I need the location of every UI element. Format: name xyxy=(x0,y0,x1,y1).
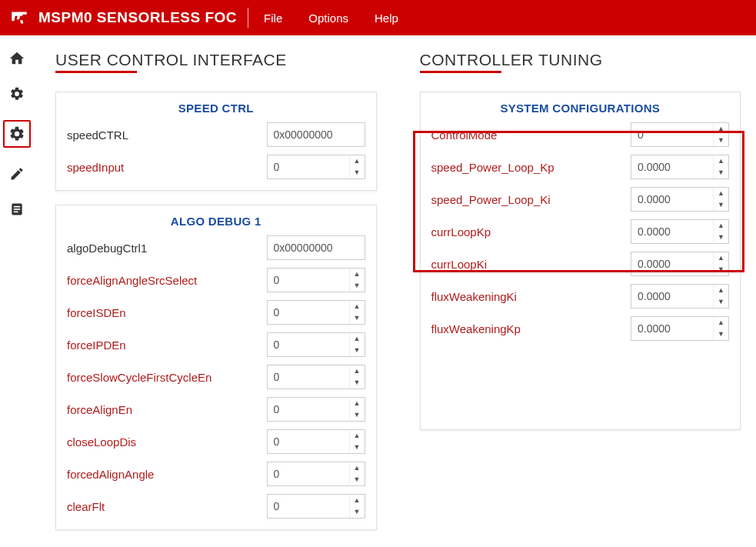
number-spinner[interactable]: 0▲▼ xyxy=(267,268,365,292)
spinner-value[interactable]: 0 xyxy=(268,495,349,518)
chevron-up-icon[interactable]: ▲ xyxy=(714,317,728,329)
chevron-down-icon[interactable]: ▼ xyxy=(350,442,365,453)
chevron-up-icon[interactable]: ▲ xyxy=(714,252,728,264)
chevron-up-icon[interactable]: ▲ xyxy=(714,123,728,135)
chevron-up-icon[interactable]: ▲ xyxy=(350,333,365,345)
spinner-buttons: ▲▼ xyxy=(713,188,728,211)
spinner-buttons: ▲▼ xyxy=(349,365,365,389)
chevron-up-icon[interactable]: ▲ xyxy=(350,365,365,377)
spinner-value[interactable]: 0.0000 xyxy=(631,252,713,275)
chevron-down-icon[interactable]: ▼ xyxy=(714,135,728,146)
number-spinner[interactable]: 0▲▼ xyxy=(267,155,365,179)
spinner-value[interactable]: 0 xyxy=(268,155,349,178)
chevron-up-icon[interactable]: ▲ xyxy=(714,188,728,199)
chevron-down-icon[interactable]: ▼ xyxy=(350,345,365,356)
spinner-value[interactable]: 0.0000 xyxy=(631,285,713,308)
chevron-up-icon[interactable]: ▲ xyxy=(350,268,365,280)
card-system-config: SYSTEM CONFIGURATIONS ControlMode0▲▼spee… xyxy=(420,92,741,430)
number-spinner[interactable]: 0.0000▲▼ xyxy=(631,187,729,212)
chevron-down-icon[interactable]: ▼ xyxy=(350,280,365,292)
spinner-value[interactable]: 0.0000 xyxy=(631,188,713,211)
spinner-value[interactable]: 0 xyxy=(268,365,349,389)
number-spinner[interactable]: 0▲▼ xyxy=(631,122,729,147)
gear-icon[interactable] xyxy=(3,120,31,148)
field-label: forceISDEn xyxy=(67,306,267,319)
chevron-up-icon[interactable]: ▲ xyxy=(714,220,728,232)
field-label: speedInput xyxy=(67,161,267,174)
chevron-down-icon[interactable]: ▼ xyxy=(350,506,365,518)
svg-rect-2 xyxy=(14,208,20,210)
section-title-user-control: USER CONTROL INTERFACE xyxy=(55,51,287,69)
svg-rect-1 xyxy=(14,206,20,208)
chevron-up-icon[interactable]: ▲ xyxy=(350,398,365,409)
underline xyxy=(420,71,501,73)
spinner-value[interactable]: 0 xyxy=(268,462,349,485)
chevron-up-icon[interactable]: ▲ xyxy=(350,155,365,167)
spinner-value[interactable]: 0.0000 xyxy=(631,155,713,178)
field-row: speedCTRL0x00000000 xyxy=(67,122,365,147)
chevron-down-icon[interactable]: ▼ xyxy=(350,167,365,178)
spinner-value[interactable]: 0 xyxy=(268,301,349,324)
number-spinner[interactable]: 0.0000▲▼ xyxy=(631,219,729,244)
menu-file[interactable]: File xyxy=(264,12,282,25)
field-label: algoDebugCtrl1 xyxy=(67,242,267,255)
menu-help[interactable]: Help xyxy=(375,12,398,25)
card-title: SYSTEM CONFIGURATIONS xyxy=(431,102,730,115)
app-title: MSPM0 SENSORLESS FOC xyxy=(38,9,237,26)
field-label: speed_Power_Loop_Ki xyxy=(431,193,631,206)
spinner-value[interactable]: 0 xyxy=(268,333,349,356)
chevron-down-icon[interactable]: ▼ xyxy=(714,264,728,275)
main-menu: File Options Help xyxy=(264,12,398,25)
number-spinner[interactable]: 0▲▼ xyxy=(267,332,365,357)
number-spinner[interactable]: 0.0000▲▼ xyxy=(631,155,729,179)
chevron-down-icon[interactable]: ▼ xyxy=(714,199,728,211)
chevron-down-icon[interactable]: ▼ xyxy=(350,312,365,324)
chevron-up-icon[interactable]: ▲ xyxy=(350,301,365,312)
chevron-down-icon[interactable]: ▼ xyxy=(350,377,365,389)
card-title: SPEED CTRL xyxy=(67,102,365,115)
spinner-buttons: ▲▼ xyxy=(349,430,365,453)
document-icon[interactable] xyxy=(8,200,26,218)
number-spinner[interactable]: 0.0000▲▼ xyxy=(631,284,729,309)
number-spinner[interactable]: 0▲▼ xyxy=(267,429,365,454)
spinner-value[interactable]: 0 xyxy=(631,123,713,146)
menu-options[interactable]: Options xyxy=(308,12,348,25)
pencil-icon[interactable] xyxy=(8,165,26,183)
number-spinner[interactable]: 0▲▼ xyxy=(267,494,365,519)
number-spinner[interactable]: 0▲▼ xyxy=(267,365,365,389)
ti-logo xyxy=(9,8,29,28)
number-spinner[interactable]: 0▲▼ xyxy=(267,397,365,422)
spinner-value[interactable]: 0 xyxy=(268,430,349,453)
number-spinner[interactable]: 0.0000▲▼ xyxy=(631,316,729,341)
chevron-down-icon[interactable]: ▼ xyxy=(714,167,728,178)
field-row: forceISDEn0▲▼ xyxy=(67,300,365,325)
chevron-up-icon[interactable]: ▲ xyxy=(714,155,728,167)
field-label: forcedAlignAngle xyxy=(67,468,267,481)
field-row: speed_Power_Loop_Kp0.0000▲▼ xyxy=(431,155,730,179)
field-value[interactable]: 0x00000000 xyxy=(267,235,365,260)
chevron-down-icon[interactable]: ▼ xyxy=(714,329,728,340)
chevron-up-icon[interactable]: ▲ xyxy=(350,462,365,474)
field-row: forceAlignAngleSrcSelect0▲▼ xyxy=(67,268,365,292)
number-spinner[interactable]: 0.0000▲▼ xyxy=(631,252,729,276)
field-label: currLoopKp xyxy=(431,225,631,238)
chevron-down-icon[interactable]: ▼ xyxy=(350,474,365,485)
number-spinner[interactable]: 0▲▼ xyxy=(267,300,365,325)
sidebar xyxy=(0,35,34,547)
spinner-value[interactable]: 0.0000 xyxy=(631,220,713,243)
chevron-up-icon[interactable]: ▲ xyxy=(350,430,365,442)
chevron-up-icon[interactable]: ▲ xyxy=(714,285,728,296)
field-value[interactable]: 0x00000000 xyxy=(267,122,365,147)
chevron-up-icon[interactable]: ▲ xyxy=(350,495,365,506)
home-icon[interactable] xyxy=(8,49,26,68)
field-label: fluxWeakeningKi xyxy=(431,290,631,303)
gears-icon[interactable] xyxy=(8,85,26,103)
spinner-value[interactable]: 0.0000 xyxy=(631,317,713,340)
spinner-value[interactable]: 0 xyxy=(268,268,349,292)
spinner-buttons: ▲▼ xyxy=(713,285,728,308)
chevron-down-icon[interactable]: ▼ xyxy=(714,296,728,308)
spinner-value[interactable]: 0 xyxy=(268,398,349,421)
number-spinner[interactable]: 0▲▼ xyxy=(267,462,365,486)
chevron-down-icon[interactable]: ▼ xyxy=(350,409,365,421)
chevron-down-icon[interactable]: ▼ xyxy=(714,232,728,243)
